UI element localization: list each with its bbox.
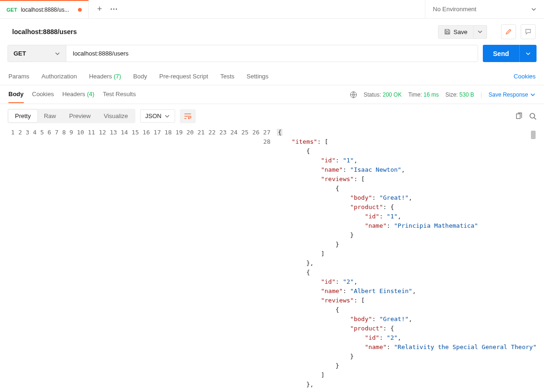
request-line: GET localhost:8888/users Send	[0, 45, 544, 68]
view-controls: Pretty Raw Preview Visualize JSON	[0, 104, 544, 128]
save-options-button[interactable]	[473, 25, 487, 39]
size-meta: Size: 530 B	[445, 91, 474, 98]
response-tab-cookies[interactable]: Cookies	[32, 86, 54, 103]
view-preview[interactable]: Preview	[63, 110, 97, 122]
time-meta: Time: 16 ms	[408, 91, 439, 98]
method-value: GET	[14, 50, 26, 57]
search-icon	[529, 112, 537, 120]
environment-selector[interactable]: No Environment	[425, 0, 544, 18]
edit-button[interactable]	[501, 24, 516, 39]
request-tab[interactable]: GET localhost:8888/us...	[0, 0, 89, 18]
view-visualize[interactable]: Visualize	[97, 110, 134, 122]
format-select[interactable]: JSON	[140, 109, 175, 123]
chevron-down-icon	[477, 29, 483, 35]
chevron-down-icon	[164, 113, 170, 119]
chevron-down-icon	[525, 51, 531, 56]
network-icon[interactable]	[350, 91, 357, 98]
tab-bar: GET localhost:8888/us... + ••• No Enviro…	[0, 0, 544, 19]
tab-body[interactable]: Body	[133, 73, 147, 80]
response-body: 1 2 3 4 5 6 7 8 9 10 11 12 13 14 15 16 1…	[0, 128, 544, 392]
request-tabs: Params Authorization Headers (7) Body Pr…	[0, 68, 544, 85]
send-options-button[interactable]	[519, 45, 537, 62]
wrap-icon	[184, 113, 191, 119]
title-row: localhost:8888/users Save	[0, 19, 544, 45]
send-button[interactable]: Send	[483, 45, 519, 62]
tab-headers[interactable]: Headers (7)	[89, 73, 121, 80]
tab-authorization[interactable]: Authorization	[42, 73, 77, 80]
tab-title: localhost:8888/us...	[21, 7, 74, 13]
search-button[interactable]	[529, 112, 537, 120]
new-tab-button[interactable]: +	[97, 4, 102, 14]
svg-point-2	[530, 113, 535, 118]
status-meta: Status: 200 OK	[364, 91, 402, 98]
chevron-down-icon	[531, 7, 537, 12]
response-tab-body[interactable]: Body	[8, 86, 24, 103]
code-content[interactable]: { "items": [ { "id": "1", "name": "Isaac…	[277, 128, 537, 389]
response-tab-headers[interactable]: Headers (4)	[62, 86, 94, 103]
chevron-down-icon	[55, 51, 60, 56]
tab-settings[interactable]: Settings	[247, 73, 268, 80]
tab-method: GET	[7, 7, 17, 13]
save-icon	[444, 28, 451, 35]
tab-prerequest[interactable]: Pre-request Script	[159, 73, 208, 80]
tab-tests[interactable]: Tests	[220, 73, 234, 80]
view-mode-pills: Pretty Raw Preview Visualize	[7, 109, 135, 123]
copy-button[interactable]	[515, 112, 523, 120]
unsaved-indicator-icon	[78, 8, 82, 12]
url-input[interactable]: localhost:8888/users	[66, 45, 478, 62]
line-gutter: 1 2 3 4 5 6 7 8 9 10 11 12 13 14 15 16 1…	[7, 128, 277, 389]
svg-rect-1	[516, 114, 520, 119]
scrollbar-thumb[interactable]	[531, 131, 536, 139]
cookies-link[interactable]: Cookies	[514, 73, 536, 80]
request-title: localhost:8888/users	[12, 28, 77, 35]
view-raw[interactable]: Raw	[37, 110, 63, 122]
chevron-down-icon	[530, 92, 536, 98]
tab-params[interactable]: Params	[8, 73, 29, 80]
method-select[interactable]: GET	[8, 45, 66, 62]
response-tab-testresults[interactable]: Test Results	[103, 86, 136, 103]
comment-icon	[525, 28, 531, 35]
response-header: Body Cookies Headers (4) Test Results St…	[0, 85, 544, 104]
tab-options-button[interactable]: •••	[111, 7, 119, 12]
save-button[interactable]: Save	[438, 25, 473, 39]
save-label: Save	[453, 28, 467, 35]
wrap-lines-button[interactable]	[180, 109, 196, 123]
comments-button[interactable]	[521, 24, 536, 39]
environment-label: No Environment	[433, 6, 476, 13]
view-pretty[interactable]: Pretty	[8, 110, 37, 122]
pencil-icon	[505, 28, 512, 35]
save-response-button[interactable]: Save Response	[488, 91, 536, 98]
copy-icon	[515, 112, 523, 120]
